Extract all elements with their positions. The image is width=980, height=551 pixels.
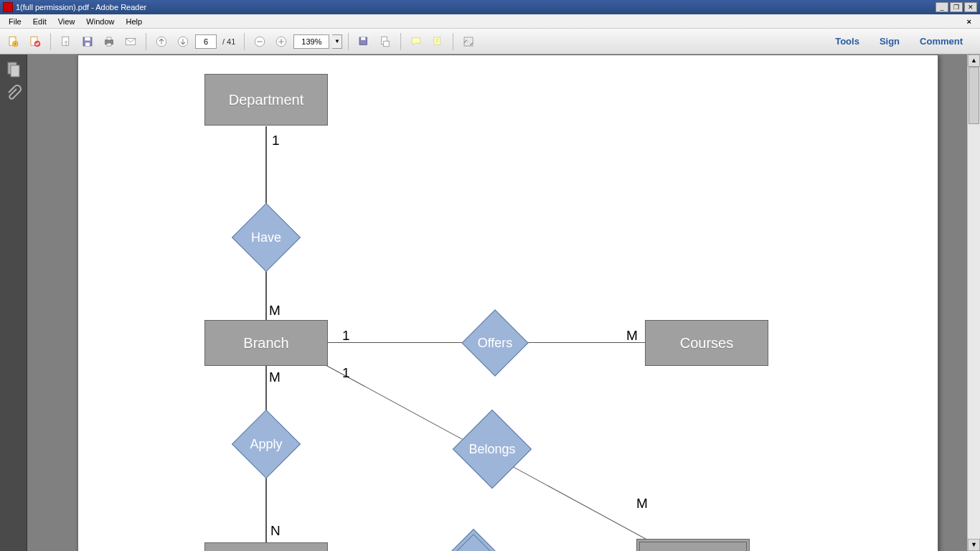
comment-icon[interactable] bbox=[407, 32, 425, 51]
snapshot-icon[interactable] bbox=[376, 32, 395, 51]
scroll-up-icon[interactable]: ▲ bbox=[968, 55, 980, 67]
menu-help[interactable]: Help bbox=[120, 16, 148, 27]
menu-file[interactable]: File bbox=[3, 16, 27, 27]
email-icon[interactable] bbox=[121, 32, 140, 51]
create-pdf-icon[interactable] bbox=[26, 32, 44, 51]
zoom-dropdown-icon[interactable]: ▼ bbox=[332, 34, 342, 49]
menubar: File Edit View Window Help × bbox=[0, 14, 980, 29]
svg-rect-4 bbox=[62, 37, 69, 45]
sign-link[interactable]: Sign bbox=[874, 33, 905, 50]
close-button[interactable]: ✕ bbox=[964, 2, 977, 12]
page-total-label: / 41 bbox=[220, 37, 238, 46]
card-offers-courses: M bbox=[626, 328, 638, 344]
minimize-button[interactable]: _ bbox=[936, 2, 948, 12]
rel-selected: Selected bbox=[448, 540, 499, 551]
svg-rect-10 bbox=[107, 43, 111, 46]
print-icon[interactable] bbox=[100, 32, 118, 51]
scroll-down-icon[interactable]: ▼ bbox=[968, 539, 980, 551]
card-apply-applicant: N bbox=[270, 523, 281, 539]
entity-applicant: Applicant bbox=[204, 542, 328, 551]
titlebar: 1(full permission).pdf - Adobe Reader _ … bbox=[0, 0, 980, 14]
export-pdf-icon[interactable] bbox=[4, 32, 23, 51]
rel-offers: Offers bbox=[471, 319, 519, 367]
zoom-out-icon[interactable] bbox=[250, 32, 269, 51]
save-icon[interactable] bbox=[78, 32, 97, 51]
open-icon[interactable] bbox=[57, 32, 75, 51]
nav-sidebar bbox=[0, 55, 27, 551]
svg-rect-17 bbox=[362, 37, 366, 40]
toolbar: / 41 ▼ Tools Sign Comment bbox=[0, 29, 980, 55]
card-dept: 1 bbox=[272, 133, 280, 149]
toolbar-right: Tools Sign Comment bbox=[829, 33, 976, 50]
zoom-in-icon[interactable] bbox=[272, 32, 291, 51]
entity-courses: Courses bbox=[645, 320, 768, 366]
restore-button[interactable]: ❐ bbox=[950, 2, 963, 12]
zoom-input[interactable] bbox=[293, 34, 329, 49]
tools-link[interactable]: Tools bbox=[829, 33, 865, 50]
entity-student: Student bbox=[636, 539, 750, 551]
window-controls: _ ❐ ✕ bbox=[936, 2, 977, 12]
comment-link[interactable]: Comment bbox=[914, 33, 969, 50]
document-area[interactable]: Department Branch Courses Applicant Stud… bbox=[27, 55, 966, 551]
rel-have: Have bbox=[242, 213, 291, 262]
entity-branch: Branch bbox=[204, 320, 328, 366]
card-have-branch: M bbox=[269, 303, 281, 319]
entity-department: Department bbox=[204, 74, 328, 126]
save-copy-icon[interactable] bbox=[354, 32, 373, 51]
page-number-input[interactable] bbox=[195, 34, 217, 49]
card-belongs-student: M bbox=[636, 496, 648, 512]
read-mode-icon[interactable] bbox=[459, 32, 478, 51]
er-diagram: Department Branch Courses Applicant Stud… bbox=[78, 55, 938, 551]
svg-rect-9 bbox=[107, 37, 111, 40]
svg-rect-19 bbox=[384, 41, 390, 47]
page-up-icon[interactable] bbox=[152, 32, 171, 51]
card-branch-apply: M bbox=[269, 369, 281, 385]
window-title: 1(full permission).pdf - Adobe Reader bbox=[16, 3, 936, 11]
scroll-thumb[interactable] bbox=[969, 67, 979, 124]
app-icon bbox=[3, 2, 13, 12]
doc-close-button[interactable]: × bbox=[961, 16, 977, 27]
thumbnails-icon[interactable] bbox=[5, 60, 22, 77]
attachments-icon[interactable] bbox=[5, 85, 22, 102]
svg-rect-23 bbox=[11, 65, 19, 77]
highlight-icon[interactable] bbox=[428, 32, 447, 51]
menu-view[interactable]: View bbox=[52, 16, 81, 27]
menu-window[interactable]: Window bbox=[80, 16, 120, 27]
pdf-page: Department Branch Courses Applicant Stud… bbox=[77, 55, 938, 551]
rel-apply: Apply bbox=[242, 420, 291, 468]
svg-rect-6 bbox=[85, 37, 90, 41]
vertical-scrollbar[interactable]: ▲ ▼ bbox=[967, 55, 980, 551]
card-branch-belongs: 1 bbox=[342, 365, 350, 381]
menu-edit[interactable]: Edit bbox=[27, 16, 52, 27]
card-branch-offers: 1 bbox=[342, 328, 350, 344]
svg-rect-7 bbox=[85, 42, 90, 46]
rel-belongs: Belongs bbox=[464, 421, 520, 477]
page-down-icon[interactable] bbox=[174, 32, 192, 51]
